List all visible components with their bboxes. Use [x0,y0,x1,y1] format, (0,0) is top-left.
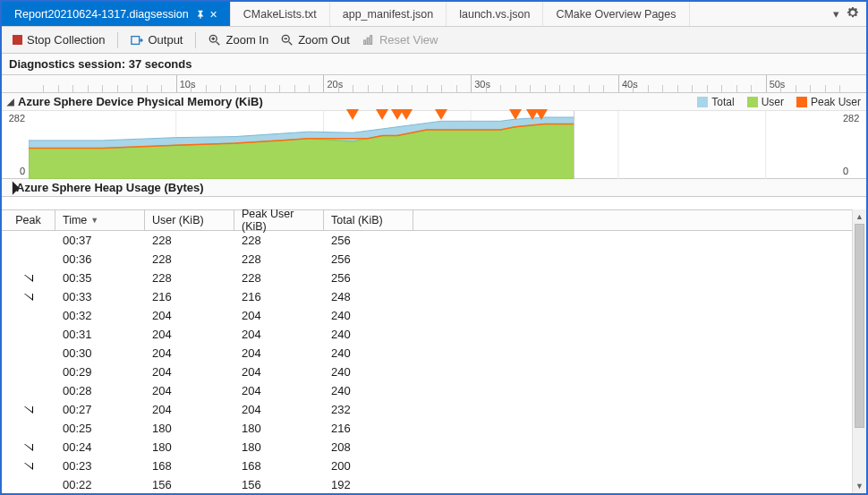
timeline-ruler[interactable]: 10s20s30s40s50s [2,75,866,93]
cell-user: 204 [145,328,234,341]
cell-peak [2,463,55,470]
table-row[interactable]: 00:30204204240 [2,344,852,363]
zoom-in-button[interactable]: Zoom In [203,30,274,49]
pin-icon[interactable] [196,10,205,19]
svg-rect-4 [367,38,369,44]
cell-total: 232 [324,403,413,416]
cell-user: 204 [145,309,234,322]
stop-icon [13,35,22,45]
cell-user: 168 [145,459,234,473]
col-user[interactable]: User (KiB) [145,210,234,230]
table-row[interactable]: 00:27204204232 [2,400,852,419]
memory-section-header[interactable]: ◢ Azure Sphere Device Physical Memory (K… [2,93,866,111]
cell-total: 240 [324,309,413,322]
cell-user: 204 [145,346,234,360]
cell-peak-user: 228 [234,271,324,285]
legend: Total User Peak User [697,96,861,108]
col-fill [413,210,852,230]
cell-total: 192 [324,478,413,491]
cell-total: 256 [324,271,413,285]
scroll-thumb[interactable] [855,224,864,428]
col-time[interactable]: Time [55,210,145,230]
legend-swatch-total [697,97,708,107]
tab-active[interactable]: Report20210624-1317.diagsession × [2,2,231,26]
peak-flag-icon [24,463,33,470]
chart-marker-icon[interactable] [346,109,359,120]
col-peak-user[interactable]: Peak User (KiB) [234,210,324,230]
table-row[interactable]: 00:23168168200 [2,457,852,475]
reset-view-button: Reset View [357,30,444,49]
table-row[interactable]: 00:37228228256 [2,231,852,250]
cell-time: 00:29 [55,365,145,379]
table-row[interactable]: 00:32204204240 [2,306,852,325]
y-axis-left: 282 0 [2,111,29,178]
output-button[interactable]: Output [125,30,188,49]
svg-rect-0 [132,36,140,44]
cell-peak [2,444,55,451]
chart-marker-icon[interactable] [509,109,522,120]
legend-swatch-peak [796,97,807,107]
cell-time: 00:36 [55,252,145,266]
tab-launch[interactable]: launch.vs.json [447,2,543,26]
table-row[interactable]: 00:22156156192 [2,475,852,493]
cell-time: 00:27 [55,403,145,416]
heap-section-header[interactable]: ◢ Azure Sphere Heap Usage (Bytes) [2,179,866,197]
cell-peak-user: 156 [234,478,324,491]
cell-peak [2,406,55,414]
cell-user: 228 [145,234,234,247]
stop-collection-button[interactable]: Stop Collection [7,30,110,49]
cell-peak-user: 204 [234,403,324,416]
table-row[interactable]: 00:35228228256 [2,269,852,287]
scroll-up-icon[interactable]: ▲ [853,209,866,224]
cell-peak-user: 204 [234,309,324,322]
table-row[interactable]: 00:25180180216 [2,419,852,438]
table-row[interactable]: 00:24180180208 [2,438,852,457]
cell-peak-user: 228 [234,252,324,266]
chart-marker-icon[interactable] [435,109,447,120]
tab-manifest[interactable]: app_manifest.json [330,2,447,26]
tab-label: Report20210624-1317.diagsession [14,8,189,21]
close-icon[interactable]: × [210,8,217,21]
cell-time: 00:33 [55,290,145,303]
col-peak[interactable]: Peak [2,210,55,230]
cell-total: 256 [324,234,413,247]
plot-area[interactable] [29,111,839,178]
table-row[interactable]: 00:29204204240 [2,363,852,381]
collapse-icon[interactable]: ◢ [7,97,14,107]
memory-chart: 282 0 282 0 [2,111,866,179]
zoom-out-icon [281,34,294,47]
chart-marker-icon[interactable] [535,109,548,120]
table-row[interactable]: 00:33216216248 [2,287,852,306]
gear-icon[interactable] [847,6,859,21]
tab-cmake-overview[interactable]: CMake Overview Pages [543,2,689,26]
diagnostics-window: Report20210624-1317.diagsession × CMakeL… [0,0,868,495]
cell-peak-user: 168 [234,459,324,473]
col-total[interactable]: Total (KiB) [324,210,413,230]
tab-cmakelists[interactable]: CMakeLists.txt [231,2,330,26]
zoom-out-button[interactable]: Zoom Out [276,30,355,49]
table-row[interactable]: 00:36228228256 [2,250,852,269]
legend-swatch-user [747,97,758,107]
cell-total: 240 [324,328,413,341]
cell-time: 00:28 [55,384,145,397]
cell-total: 200 [324,459,413,473]
toolbar: Stop Collection Output Zoom In Zoom Out … [2,27,866,54]
cell-user: 156 [145,478,234,491]
table-row[interactable]: 00:28204204240 [2,381,852,400]
cell-total: 240 [324,346,413,360]
window-position-icon[interactable]: ▾ [833,7,839,21]
tab-strip: Report20210624-1317.diagsession × CMakeL… [2,2,866,27]
cell-peak-user: 204 [234,384,324,397]
chart-marker-icon[interactable] [400,109,413,120]
cell-time: 00:31 [55,328,145,341]
zoom-in-icon [208,34,221,47]
cell-user: 180 [145,422,234,435]
cell-time: 00:35 [55,271,145,285]
output-icon [131,34,143,47]
chart-marker-icon[interactable] [376,109,388,120]
cell-peak-user: 216 [234,290,324,303]
table-header: Peak Time User (KiB) Peak User (KiB) Tot… [2,209,852,231]
table-row[interactable]: 00:31204204240 [2,325,852,344]
vertical-scrollbar[interactable]: ▲ ▼ [852,209,866,493]
scroll-down-icon[interactable]: ▼ [853,479,866,493]
